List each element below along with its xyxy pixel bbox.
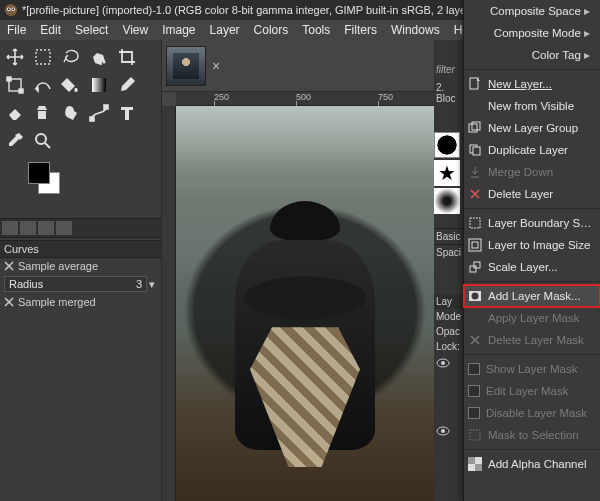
tool-warp[interactable] [30, 72, 56, 98]
menu-edit[interactable]: Edit [33, 23, 68, 37]
mask-icon [468, 289, 482, 303]
tool-zoom[interactable] [30, 128, 56, 154]
tool-transform[interactable] [2, 72, 28, 98]
tool-paintbrush[interactable] [114, 72, 140, 98]
menu-scale-layer[interactable]: Scale Layer... [464, 256, 600, 278]
tool-rect-select[interactable] [30, 44, 56, 70]
brush-round-icon[interactable] [434, 132, 460, 158]
svg-rect-5 [36, 50, 50, 64]
menu-new-layer[interactable]: New Layer... [464, 73, 600, 95]
boundary-icon [468, 216, 482, 230]
tool-move[interactable] [2, 44, 28, 70]
menu-separator [464, 354, 600, 355]
menu-delete-layer[interactable]: Delete Layer [464, 183, 600, 205]
layer-group-icon [468, 121, 482, 135]
fg-color-swatch[interactable] [28, 162, 50, 184]
svg-rect-26 [472, 242, 478, 248]
tool-clone[interactable] [30, 100, 56, 126]
svg-rect-25 [469, 239, 481, 251]
menu-duplicate-layer[interactable]: Duplicate Layer [464, 139, 600, 161]
menu-select[interactable]: Select [68, 23, 115, 37]
image-canvas[interactable] [176, 106, 434, 501]
menu-apply-layer-mask: Apply Layer Mask [464, 307, 600, 329]
tool-gradient[interactable] [86, 72, 112, 98]
svg-rect-33 [468, 457, 475, 464]
menu-merge-down: Merge Down [464, 161, 600, 183]
delete-mask-icon [468, 333, 482, 347]
menu-layer-to-image-size[interactable]: Layer to Image Size [464, 234, 600, 256]
brush-soft-icon[interactable] [434, 188, 460, 214]
canvas-area: × 250 500 750 [162, 40, 434, 501]
tool-free-select[interactable] [58, 44, 84, 70]
ruler-tick: 250 [214, 92, 229, 102]
menu-composite-space[interactable]: Composite Space [464, 0, 600, 22]
menu-windows[interactable]: Windows [384, 23, 447, 37]
layers-panel-fragment: Lay Mode Opac Lock: [434, 294, 464, 440]
menu-mask-to-selection: Mask to Selection [464, 424, 600, 446]
delete-icon [468, 187, 482, 201]
tool-bucket[interactable] [58, 72, 84, 98]
menu-file[interactable]: File [0, 23, 33, 37]
right-dock: filter 2. Bloc ★ Basic Spaci Lay Mode Op… [434, 40, 464, 501]
svg-rect-13 [104, 105, 108, 109]
ruler-tick: 500 [296, 92, 311, 102]
tool-smudge[interactable] [58, 100, 84, 126]
ruler-horizontal: 250 500 750 [176, 92, 434, 106]
menu-color-tag[interactable]: Color Tag [464, 44, 600, 66]
layers-tab[interactable]: Lay [434, 294, 464, 309]
menu-separator [464, 449, 600, 450]
svg-point-0 [5, 4, 17, 16]
menu-composite-mode[interactable]: Composite Mode [464, 22, 600, 44]
eye-icon[interactable] [436, 357, 450, 369]
menu-layer[interactable]: Layer [203, 23, 247, 37]
svg-point-16 [441, 361, 445, 365]
svg-point-30 [472, 293, 479, 300]
tool-fuzzy-select[interactable] [86, 44, 112, 70]
label-opacity: Opac [434, 324, 464, 339]
ruler-vertical [162, 106, 176, 501]
window-title: *[profile-picture] (imported)-1.0 (RGB c… [22, 4, 494, 16]
tool-eraser[interactable] [2, 100, 28, 126]
toolbox-panel: Curves Sample average Radius 3 ▾ Sample … [0, 40, 162, 501]
svg-rect-19 [470, 78, 478, 89]
label-sample-average: Sample average [18, 260, 98, 272]
color-swatches[interactable] [28, 162, 78, 210]
brush-star-icon[interactable]: ★ [434, 160, 460, 186]
duplicate-icon [468, 143, 482, 157]
brush-filter[interactable]: filter [434, 64, 464, 75]
menu-separator [464, 208, 600, 209]
label-mode: Mode [434, 309, 464, 324]
tool-options-tabs [0, 218, 161, 238]
svg-point-4 [12, 8, 14, 10]
menu-show-layer-mask: Show Layer Mask [464, 358, 600, 380]
tool-path[interactable] [86, 100, 112, 126]
eye-icon[interactable] [436, 425, 450, 437]
menu-tools[interactable]: Tools [295, 23, 337, 37]
menu-new-layer-group[interactable]: New Layer Group [464, 117, 600, 139]
image-tab-thumbnail[interactable] [166, 46, 206, 86]
gimp-logo-icon [4, 3, 18, 17]
mask-to-selection-icon [468, 428, 482, 442]
menu-view[interactable]: View [115, 23, 155, 37]
menu-add-layer-mask[interactable]: Add Layer Mask... [464, 285, 600, 307]
brush-group-label: 2. Bloc [434, 82, 464, 104]
menu-add-alpha-channel[interactable]: Add Alpha Channel [464, 453, 600, 475]
menu-layer-boundary-size[interactable]: Layer Boundary Size... [464, 212, 600, 234]
menu-image[interactable]: Image [155, 23, 202, 37]
menu-colors[interactable]: Colors [247, 23, 296, 37]
row-sample-merged: Sample merged [0, 294, 161, 310]
brush-previews: ★ [434, 132, 460, 214]
image-tab-close[interactable]: × [212, 58, 220, 74]
menu-edit-layer-mask: Edit Layer Mask [464, 380, 600, 402]
fit-icon [468, 238, 482, 252]
tool-text[interactable] [114, 100, 140, 126]
row-sample-average: Sample average [0, 258, 161, 274]
svg-rect-20 [469, 124, 477, 132]
tool-crop[interactable] [114, 44, 140, 70]
menu-new-from-visible[interactable]: New from Visible [464, 95, 600, 117]
menu-filters[interactable]: Filters [337, 23, 384, 37]
tool-color-picker[interactable] [2, 128, 28, 154]
checkbox-icon [468, 407, 480, 419]
image-tabs: × [162, 40, 434, 92]
radius-field[interactable]: Radius 3 [4, 276, 147, 292]
